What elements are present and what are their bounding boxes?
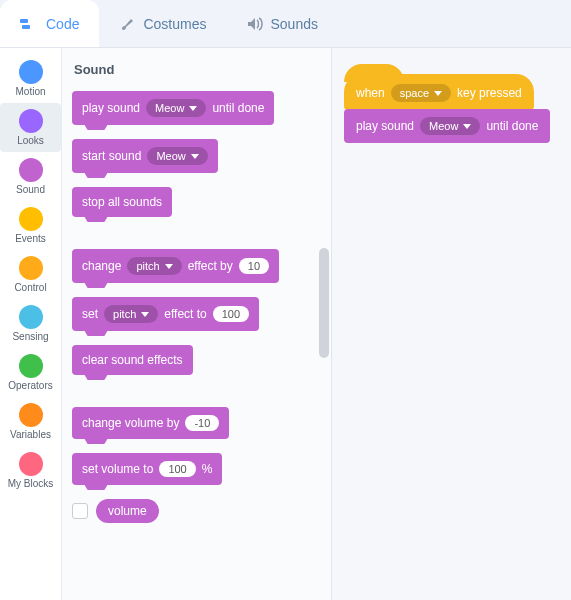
block-set-effect-to[interactable]: set pitch effect to 100 bbox=[72, 297, 259, 331]
looks-dot-icon bbox=[19, 109, 43, 133]
block-clear-sound-effects[interactable]: clear sound effects bbox=[72, 345, 193, 375]
block-text: set volume to bbox=[82, 462, 153, 476]
block-text: % bbox=[202, 462, 213, 476]
category-label: Operators bbox=[8, 380, 52, 391]
category-operators[interactable]: Operators bbox=[0, 348, 61, 397]
block-text: when bbox=[356, 86, 385, 100]
palette-scrollbar[interactable] bbox=[319, 248, 329, 358]
category-label: Variables bbox=[10, 429, 51, 440]
reporter-volume[interactable]: volume bbox=[96, 499, 159, 523]
block-change-volume-by[interactable]: change volume by -10 bbox=[72, 407, 229, 439]
number-input[interactable]: -10 bbox=[185, 415, 219, 431]
block-text: until done bbox=[486, 119, 538, 133]
sound-dropdown[interactable]: Meow bbox=[147, 147, 207, 165]
tab-costumes[interactable]: Costumes bbox=[99, 0, 226, 47]
chevron-down-icon bbox=[141, 312, 149, 317]
category-myblocks[interactable]: My Blocks bbox=[0, 446, 61, 495]
events-dot-icon bbox=[19, 207, 43, 231]
block-when-key-pressed[interactable]: when space key pressed bbox=[344, 74, 534, 110]
block-text: play sound bbox=[82, 101, 140, 115]
category-label: Control bbox=[14, 282, 46, 293]
reporter-volume-row: volume bbox=[72, 499, 159, 523]
category-column: Motion Looks Sound Events Control Sensin… bbox=[0, 48, 62, 600]
block-text: effect to bbox=[164, 307, 206, 321]
svg-rect-0 bbox=[20, 19, 28, 23]
svg-rect-1 bbox=[22, 25, 30, 29]
block-text: change volume by bbox=[82, 416, 179, 430]
number-input[interactable]: 100 bbox=[159, 461, 195, 477]
category-label: Sound bbox=[16, 184, 45, 195]
script-canvas[interactable]: when space key pressed play sound Meow u… bbox=[332, 48, 571, 600]
block-change-effect-by[interactable]: change pitch effect by 10 bbox=[72, 249, 279, 283]
palette-title: Sound bbox=[74, 62, 321, 77]
key-dropdown[interactable]: space bbox=[391, 84, 451, 102]
block-text: effect by bbox=[188, 259, 233, 273]
effect-dropdown[interactable]: pitch bbox=[127, 257, 181, 275]
canvas-script[interactable]: when space key pressed play sound Meow u… bbox=[344, 74, 571, 143]
tab-sounds[interactable]: Sounds bbox=[227, 0, 338, 47]
chevron-down-icon bbox=[463, 124, 471, 129]
block-text: until done bbox=[212, 101, 264, 115]
chevron-down-icon bbox=[189, 106, 197, 111]
tab-code[interactable]: Code bbox=[0, 0, 99, 47]
category-variables[interactable]: Variables bbox=[0, 397, 61, 446]
category-label: My Blocks bbox=[8, 478, 54, 489]
category-control[interactable]: Control bbox=[0, 250, 61, 299]
tab-code-label: Code bbox=[46, 16, 79, 32]
brush-icon bbox=[119, 16, 135, 32]
block-palette: Sound play sound Meow until done start s… bbox=[62, 48, 332, 600]
sound-dropdown[interactable]: Meow bbox=[420, 117, 480, 135]
editor-tabs: Code Costumes Sounds bbox=[0, 0, 571, 48]
motion-dot-icon bbox=[19, 60, 43, 84]
sensing-dot-icon bbox=[19, 305, 43, 329]
chevron-down-icon bbox=[165, 264, 173, 269]
monitor-checkbox[interactable] bbox=[72, 503, 88, 519]
category-events[interactable]: Events bbox=[0, 201, 61, 250]
block-start-sound[interactable]: start sound Meow bbox=[72, 139, 218, 173]
code-icon bbox=[20, 17, 38, 31]
block-text: play sound bbox=[356, 119, 414, 133]
block-play-sound-until-done[interactable]: play sound Meow until done bbox=[344, 109, 550, 143]
category-motion[interactable]: Motion bbox=[0, 54, 61, 103]
chevron-down-icon bbox=[434, 91, 442, 96]
number-input[interactable]: 100 bbox=[213, 306, 249, 322]
tab-sounds-label: Sounds bbox=[271, 16, 318, 32]
block-text: stop all sounds bbox=[82, 195, 162, 209]
block-text: key pressed bbox=[457, 86, 522, 100]
speaker-icon bbox=[247, 17, 263, 31]
category-label: Events bbox=[15, 233, 46, 244]
sound-dot-icon bbox=[19, 158, 43, 182]
category-sound[interactable]: Sound bbox=[0, 152, 61, 201]
myblocks-dot-icon bbox=[19, 452, 43, 476]
number-input[interactable]: 10 bbox=[239, 258, 269, 274]
block-set-volume-to[interactable]: set volume to 100 % bbox=[72, 453, 222, 485]
variables-dot-icon bbox=[19, 403, 43, 427]
tab-costumes-label: Costumes bbox=[143, 16, 206, 32]
chevron-down-icon bbox=[191, 154, 199, 159]
block-text: start sound bbox=[82, 149, 141, 163]
control-dot-icon bbox=[19, 256, 43, 280]
category-label: Motion bbox=[15, 86, 45, 97]
category-label: Looks bbox=[17, 135, 44, 146]
block-text: change bbox=[82, 259, 121, 273]
category-label: Sensing bbox=[12, 331, 48, 342]
palette-stack: play sound Meow until done start sound M… bbox=[72, 91, 321, 523]
effect-dropdown[interactable]: pitch bbox=[104, 305, 158, 323]
main-area: Motion Looks Sound Events Control Sensin… bbox=[0, 48, 571, 600]
category-looks[interactable]: Looks bbox=[0, 103, 61, 152]
block-text: set bbox=[82, 307, 98, 321]
sound-dropdown[interactable]: Meow bbox=[146, 99, 206, 117]
operators-dot-icon bbox=[19, 354, 43, 378]
block-stop-all-sounds[interactable]: stop all sounds bbox=[72, 187, 172, 217]
block-text: clear sound effects bbox=[82, 353, 183, 367]
block-play-sound-until-done[interactable]: play sound Meow until done bbox=[72, 91, 274, 125]
category-sensing[interactable]: Sensing bbox=[0, 299, 61, 348]
